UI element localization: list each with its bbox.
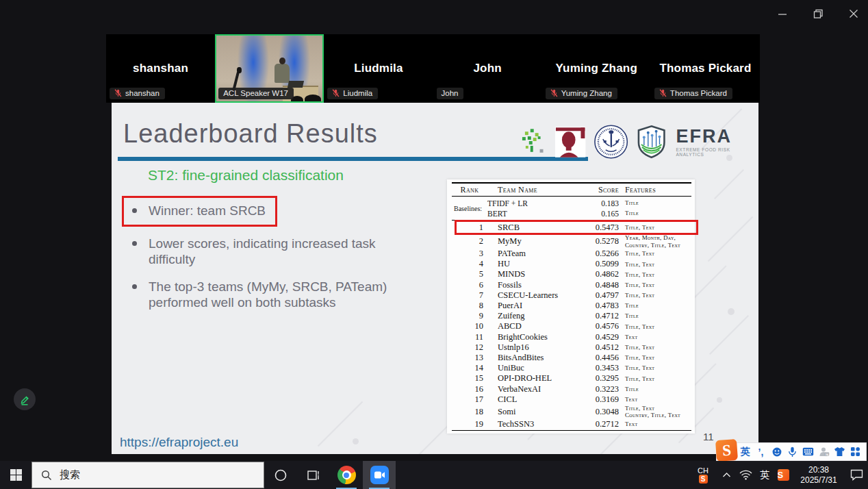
tray-ime-language[interactable]: 英	[756, 469, 774, 481]
table-row: 6 Fossils 0.4848 Title, Text	[452, 280, 691, 290]
start-button[interactable]	[0, 461, 31, 489]
cell-features: Title	[620, 386, 691, 393]
annotate-pencil-button[interactable]	[14, 388, 36, 410]
cell-score: 0.3048	[587, 407, 620, 417]
cell-team: CSECU-Learners	[487, 290, 587, 301]
ime-voice-input-icon[interactable]	[784, 447, 800, 457]
cell-features: Title, Text	[620, 271, 691, 279]
shared-screen-slide: Leaderboard Results	[112, 103, 758, 454]
ime-account-icon[interactable]: 34	[816, 447, 832, 457]
cell-score: 0.3223	[587, 384, 620, 394]
cell-rank: 3	[452, 249, 487, 259]
cell-rank: 9	[452, 311, 487, 321]
chrome-taskbar-button[interactable]	[330, 461, 363, 489]
header-rank: Rank	[452, 185, 487, 195]
sogou-logo-icon[interactable]: S	[715, 438, 738, 461]
header-team-name: Team Name	[487, 185, 587, 195]
cell-score: 0.2712	[587, 419, 620, 429]
slide-url[interactable]: https://efraproject.eu	[120, 435, 238, 450]
cell-features: Title, Text	[620, 224, 691, 231]
ime-skin-icon[interactable]	[832, 447, 847, 457]
participant-badge-label: Yuming Zhang	[561, 89, 612, 97]
tray-expand-button[interactable]	[717, 472, 735, 478]
zoom-meeting-window: shanshan shanshan ACL Speaker W17	[0, 0, 868, 489]
muted-mic-icon	[659, 89, 667, 97]
cell-rank: 2	[452, 236, 487, 247]
header-score: Score	[587, 185, 620, 195]
tray-time: 20:38	[793, 465, 845, 475]
participant-badge: Thomas Pickard	[654, 88, 732, 99]
participant-tile[interactable]: shanshan shanshan	[106, 34, 215, 103]
restore-icon[interactable]	[810, 5, 826, 22]
tray-language-indicator[interactable]: CH S	[689, 466, 717, 484]
cell-features: Title, Text	[620, 292, 691, 299]
cell-features: Title, Text	[620, 261, 691, 268]
cell-rank: 11	[452, 332, 487, 342]
table-row: 19 TechSSN3 0.2712 Text	[452, 419, 691, 429]
chrome-icon	[337, 466, 356, 484]
close-icon[interactable]	[846, 5, 861, 22]
taskbar-search-input[interactable]: 搜索	[31, 462, 264, 488]
sogou-tray-icon: S	[778, 469, 789, 481]
cell-rank: 17	[452, 394, 487, 405]
table-row: 4 HU 0.5099 Title, Text	[452, 259, 691, 269]
bullet-dot-icon	[132, 208, 137, 213]
cell-features: Title, Text	[620, 323, 691, 331]
cell-team: OPI-DRO-HEL	[487, 373, 587, 384]
task-view-button[interactable]	[297, 461, 330, 489]
cell-team: MINDS	[487, 269, 587, 279]
efra-logo-tagline: EXTREME FOOD RISK ANALYTICS	[676, 147, 758, 157]
participant-badge: John	[437, 88, 464, 99]
cell-features: Text	[620, 396, 691, 403]
bullet-item: Lower scores, indicating increased task …	[132, 236, 420, 267]
minimize-icon[interactable]	[775, 5, 790, 22]
bullet-text: Winner: team SRCB	[149, 203, 266, 218]
ime-punctuation-toggle[interactable]: ’,	[753, 447, 769, 457]
tray-clock[interactable]: 20:38 2025/7/31	[793, 465, 845, 486]
action-center-button[interactable]	[845, 469, 868, 481]
cell-team: PuerAI	[487, 301, 587, 311]
cortana-button[interactable]	[264, 461, 297, 489]
participant-badge: shanshan	[110, 88, 165, 99]
participant-tile[interactable]: Thomas Pickard Thomas Pickard	[651, 34, 760, 103]
cell-score: 0.4512	[587, 342, 620, 353]
participant-tile[interactable]: Yuming Zhang Yuming Zhang	[542, 34, 651, 103]
ime-toolbox-icon[interactable]	[847, 447, 863, 457]
baselines-section: Baselines: TFIDF + LR 0.183 Title BERT 0…	[452, 197, 691, 221]
cell-score: 0.3453	[587, 363, 620, 373]
windows-taskbar: 搜索 CH	[0, 461, 868, 489]
cell-team: CICL	[487, 394, 587, 405]
cell-features: Title, Text	[620, 375, 691, 383]
table-row: 10 ABCD 0.4576 Title, Text	[452, 321, 691, 331]
cell-score: 0.5473	[587, 223, 620, 233]
table-row: 13 BitsAndBites 0.4456 Title, Text	[452, 353, 691, 363]
cell-features: Title, Text	[620, 250, 691, 258]
cell-rank: 5	[452, 269, 487, 279]
participant-tile[interactable]: Liudmila Liudmila	[324, 34, 433, 103]
ime-soft-keyboard-icon[interactable]	[800, 447, 816, 456]
tray-sogou-button[interactable]: S	[774, 469, 793, 481]
ime-emoji-icon[interactable]	[769, 447, 784, 457]
pencil-icon	[19, 394, 31, 405]
cell-score: 0.5266	[587, 249, 620, 259]
ime-language-toggle[interactable]: 英	[737, 446, 753, 458]
participant-strip: shanshan shanshan ACL Speaker W17	[106, 34, 760, 103]
baselines-label: Baselines:	[452, 198, 487, 218]
wifi-status-button[interactable]	[735, 470, 756, 480]
cell-score: 0.3295	[587, 373, 620, 384]
zoom-taskbar-button[interactable]	[363, 461, 396, 489]
cell-team: PATeam	[487, 249, 587, 259]
efra-shield-logo-icon	[636, 125, 667, 159]
participant-tile[interactable]: ACL Speaker W17 ACL Speaker W17	[215, 34, 324, 103]
participant-tile[interactable]: John John	[433, 34, 542, 103]
cell-score: 0.4529	[587, 332, 620, 342]
table-row: 14 UniBuc 0.3453 Title, Text	[452, 363, 691, 373]
table-row: 3 PATeam 0.5266 Title, Text	[452, 249, 691, 259]
svg-text:34: 34	[825, 453, 828, 456]
table-row: 15 OPI-DRO-HEL 0.3295 Title, Text	[452, 373, 691, 384]
efra-logo-text: EFRA	[676, 127, 758, 146]
cell-team: VerbaNexAI	[487, 384, 587, 394]
participant-badge: ACL Speaker W17	[218, 88, 294, 99]
cell-team: Zuifeng	[487, 311, 587, 321]
bullet-item: Winner: team SRCB	[122, 196, 277, 227]
